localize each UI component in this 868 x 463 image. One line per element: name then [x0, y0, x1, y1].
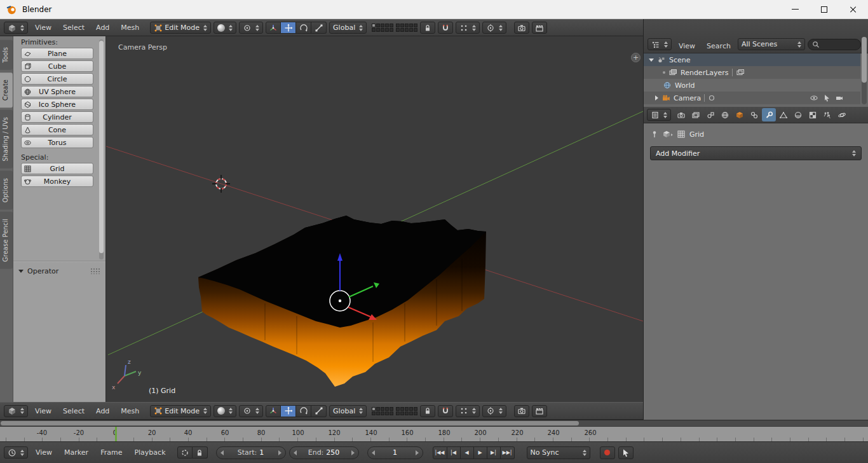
layers-grid-right[interactable]	[396, 407, 417, 415]
manipulator-toggle-button[interactable]	[266, 22, 281, 34]
add-grid-button[interactable]: Grid	[21, 163, 93, 174]
outliner-row-world[interactable]: World	[644, 79, 860, 92]
scene-lock-button[interactable]	[420, 405, 435, 417]
editor-type-button[interactable]	[4, 405, 28, 417]
add-plane-button[interactable]: Plane	[21, 48, 93, 59]
translate-manipulator-button[interactable]	[281, 405, 296, 417]
add-cube-button[interactable]: Cube	[21, 60, 93, 72]
scene-lock-button[interactable]	[420, 22, 435, 34]
renderability-camera-icon[interactable]	[835, 93, 844, 102]
tab-tools[interactable]: Tools	[0, 40, 13, 70]
timeline-menu-playback[interactable]: Playback	[130, 448, 170, 457]
jump-to-next-keyframe-button[interactable]: ▶|	[487, 446, 501, 459]
outliner-row-scene[interactable]: Scene	[644, 53, 860, 66]
translate-manipulator-button[interactable]	[281, 22, 296, 34]
add-modifier-dropdown[interactable]: Add Modifier	[650, 146, 862, 160]
editor-type-button[interactable]	[647, 109, 671, 121]
minimize-button[interactable]	[780, 0, 810, 18]
object-breadcrumb-icon[interactable]	[663, 130, 673, 139]
tab-material[interactable]	[791, 108, 805, 121]
rotate-manipulator-button[interactable]	[296, 405, 311, 417]
tab-particles[interactable]	[820, 108, 834, 121]
end-frame-field[interactable]: End:250	[289, 446, 359, 459]
play-button[interactable]: ▶	[474, 446, 487, 459]
tool-shelf-scrollbar[interactable]	[99, 39, 104, 259]
tab-world[interactable]	[718, 108, 732, 121]
manipulator-toggle-button[interactable]	[266, 405, 281, 417]
display-mode-dropdown[interactable]: All Scenes	[738, 38, 805, 50]
increment-arrow-icon[interactable]	[351, 450, 355, 455]
rotate-manipulator-button[interactable]	[296, 22, 311, 34]
outliner-search-field[interactable]	[808, 39, 861, 50]
tab-modifiers[interactable]	[762, 108, 776, 121]
add-torus-button[interactable]: Torus	[21, 137, 93, 148]
tab-physics[interactable]	[835, 108, 849, 121]
decrement-arrow-icon[interactable]	[220, 450, 224, 455]
snap-toggle-button[interactable]	[438, 22, 453, 34]
current-frame-playhead[interactable]	[115, 427, 117, 441]
orientation-dropdown[interactable]: Global	[329, 405, 367, 417]
pivot-point-dropdown[interactable]	[239, 405, 263, 417]
snap-element-dropdown[interactable]	[456, 405, 480, 417]
lock-time-cursor-button[interactable]	[193, 446, 208, 459]
play-reverse-button[interactable]: ◀	[461, 446, 474, 459]
jump-to-start-button[interactable]: |◀◀	[433, 446, 447, 459]
menu-view[interactable]: View	[31, 407, 56, 415]
opengl-render-anim-button[interactable]	[532, 405, 547, 417]
menu-mesh[interactable]: Mesh	[116, 24, 144, 32]
decrement-arrow-icon[interactable]	[294, 450, 297, 455]
scrollbar-handle[interactable]	[99, 41, 104, 253]
add-ico-sphere-button[interactable]: Ico Sphere	[21, 99, 93, 110]
menu-add[interactable]: Add	[92, 407, 114, 415]
outliner-scrollbar[interactable]	[862, 37, 867, 104]
opengl-render-image-button[interactable]	[514, 405, 529, 417]
decrement-arrow-icon[interactable]	[372, 450, 375, 455]
orientation-dropdown[interactable]: Global	[329, 22, 367, 34]
sync-mode-dropdown[interactable]: No Sync	[527, 446, 590, 459]
outliner-menu-search[interactable]: Search	[702, 42, 735, 50]
menu-mesh[interactable]: Mesh	[116, 407, 144, 415]
snap-target-dropdown[interactable]	[482, 405, 506, 417]
snap-target-dropdown[interactable]	[482, 22, 506, 34]
tab-render-layers[interactable]	[689, 108, 703, 121]
editor-type-button[interactable]	[4, 22, 28, 34]
add-cone-button[interactable]: Cone	[21, 124, 93, 135]
increment-arrow-icon[interactable]	[278, 450, 281, 455]
mode-dropdown[interactable]: Edit Mode	[150, 405, 211, 417]
use-preview-range-button[interactable]	[177, 446, 193, 459]
tab-create[interactable]: Create	[0, 73, 13, 107]
jump-to-end-button[interactable]: ▶▶|	[501, 446, 515, 459]
viewport-3d[interactable]: y x z Camera Persp (1) Grid	[106, 36, 643, 402]
layers-grid-left[interactable]	[372, 407, 393, 415]
disclosure-closed-icon[interactable]	[655, 95, 658, 100]
tab-object[interactable]	[733, 108, 747, 121]
menu-select[interactable]: Select	[58, 407, 89, 415]
menu-add[interactable]: Add	[92, 24, 114, 32]
region-plus-icon[interactable]	[631, 53, 641, 62]
outliner-menu-view[interactable]: View	[674, 42, 700, 50]
tab-grease-pencil[interactable]: Grease Pencil	[0, 212, 13, 269]
add-uv-sphere-button[interactable]: UV Sphere	[21, 86, 93, 97]
operator-panel-header[interactable]: Operator	[13, 265, 105, 277]
add-cylinder-button[interactable]: Cylinder	[21, 111, 93, 123]
snap-toggle-button[interactable]	[438, 405, 453, 417]
timeline-menu-view[interactable]: View	[31, 448, 57, 457]
scale-manipulator-button[interactable]	[311, 22, 327, 34]
timeline-hscrollbar[interactable]	[0, 420, 868, 426]
current-frame-field[interactable]: 1	[367, 446, 423, 459]
opengl-render-anim-button[interactable]	[532, 22, 547, 34]
scrollbar-handle[interactable]	[862, 37, 867, 83]
tab-render[interactable]	[674, 108, 688, 121]
tab-options[interactable]: Options	[0, 171, 13, 210]
menu-view[interactable]: View	[31, 24, 56, 32]
tab-texture[interactable]	[806, 108, 820, 121]
tab-scene[interactable]	[703, 108, 717, 121]
timeline-ruler[interactable]: -40 -20 0 20 40 60 80 100 120 140 160 18…	[0, 426, 868, 441]
tab-object-data[interactable]	[776, 108, 790, 121]
maximize-button[interactable]	[810, 0, 839, 18]
opengl-render-image-button[interactable]	[514, 22, 529, 34]
scrollbar-handle[interactable]	[1, 421, 579, 425]
increment-arrow-icon[interactable]	[416, 450, 419, 455]
visibility-eye-icon[interactable]	[810, 93, 818, 102]
active-keying-set-button[interactable]	[618, 446, 634, 459]
